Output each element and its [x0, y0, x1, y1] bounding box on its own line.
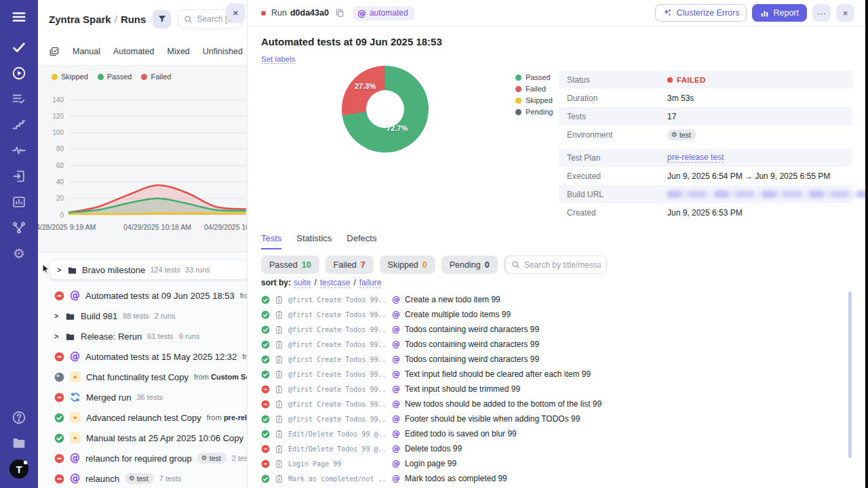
test-row[interactable]: @first Create Todos 99...@New todos shou…	[261, 396, 848, 411]
menu-icon[interactable]	[11, 9, 27, 25]
test-row[interactable]: @first Create Todos 99...@Todos containi…	[261, 322, 848, 337]
runs-tab-unfinished[interactable]: Unfinished	[203, 47, 243, 56]
test-row[interactable]: @first Create Todos 99...@Footer should …	[261, 411, 848, 426]
test-row[interactable]: Edit/Delete Todos 99 @...@Delete todos 9…	[261, 441, 848, 456]
run-name[interactable]: Advanced relaunch test Copy	[86, 413, 201, 423]
test-name[interactable]: Edited todo is saved on blur 99	[405, 429, 517, 439]
test-row[interactable]: @first Create Todos 99...@Text input fie…	[261, 367, 848, 382]
run-row[interactable]: Merged run36 tests	[38, 387, 247, 407]
steps-icon[interactable]	[11, 117, 27, 133]
test-row[interactable]: @first Create Todos 99...@Text input sho…	[261, 382, 848, 396]
tab-tests[interactable]: Tests	[261, 233, 281, 249]
bar-chart-icon[interactable]	[11, 194, 27, 210]
tests-scrollbar[interactable]	[848, 291, 852, 458]
run-row[interactable]: @relaunch⚙test7 tests	[38, 468, 247, 488]
filter-pill-pending[interactable]: Pending0	[441, 256, 498, 274]
milestone-name[interactable]: Release: Rerun	[81, 331, 142, 342]
donut-legend-passed[interactable]: Passed	[515, 73, 553, 81]
test-name[interactable]: Text input should be trimmed 99	[405, 384, 520, 394]
run-row[interactable]: @relaunch for required group⚙test2 tests	[38, 448, 247, 468]
help-icon[interactable]	[11, 409, 27, 426]
test-row[interactable]: Mark as completed/not ...@Mark todos as …	[261, 471, 848, 486]
check-icon[interactable]	[11, 39, 27, 56]
test-name[interactable]: New todos should be added to the bottom …	[405, 399, 601, 409]
test-name[interactable]: Todos containing weird characters 99	[405, 354, 539, 364]
pulse-icon[interactable]	[11, 142, 27, 159]
chevron-right-icon[interactable]: >	[54, 312, 60, 320]
tests-search-input[interactable]	[524, 260, 601, 270]
run-row[interactable]: ✦Advanced relaunch test Copyfrom pre-rel…	[38, 407, 247, 428]
test-name[interactable]: Login page 99	[405, 459, 456, 468]
tab-defects[interactable]: Defects	[347, 233, 376, 249]
run-name[interactable]: relaunch	[85, 474, 119, 484]
run-name[interactable]: Merged run	[86, 392, 131, 403]
branch-icon[interactable]	[11, 220, 27, 236]
clusterize-errors-button[interactable]: Clusterize Errors	[655, 4, 747, 22]
set-labels-link[interactable]: Set labels	[261, 55, 296, 64]
filter-button[interactable]	[153, 10, 171, 28]
test-name[interactable]: Todos containing weird characters 99	[405, 325, 539, 334]
automated-badge[interactable]: @ automated	[353, 6, 414, 20]
runs-tab-mixed[interactable]: Mixed	[167, 47, 189, 56]
report-button[interactable]: Report	[752, 4, 807, 22]
select-all-icon[interactable]	[49, 46, 60, 57]
runs-tab-automated[interactable]: Automated	[113, 47, 154, 56]
workspace-logo[interactable]: T	[9, 460, 28, 479]
test-name[interactable]: Text input field should be cleared after…	[405, 369, 591, 379]
import-icon[interactable]	[11, 168, 27, 184]
run-row[interactable]: @Automated tests at 15 May 2025 12:32fro…	[38, 346, 247, 367]
test-name[interactable]: Mark todos as completed 99	[405, 474, 507, 483]
list-check-icon[interactable]	[11, 91, 27, 107]
run-name[interactable]: Chat functinality test Copy	[86, 372, 189, 382]
sort-link-failure[interactable]: failure	[359, 278, 382, 288]
legend-item-failed[interactable]: Failed	[141, 73, 171, 81]
test-name[interactable]: Footer should be visible when adding TOD…	[405, 414, 580, 424]
milestone-name[interactable]: Build 981	[81, 311, 117, 321]
sort-link-testcase[interactable]: testcase	[320, 278, 351, 288]
test-row[interactable]: Login Page 99@Login page 99	[261, 456, 848, 471]
milestone-row-highlighted[interactable]: >Bravo milestone124 tests33 runs	[50, 260, 248, 279]
test-name[interactable]: Delete todos 99	[405, 444, 462, 453]
close-run-button[interactable]: ×	[836, 4, 854, 22]
legend-item-passed[interactable]: Passed	[98, 73, 132, 81]
gear-icon[interactable]: ⚙	[11, 245, 27, 262]
chevron-right-icon[interactable]: >	[57, 266, 62, 274]
tab-statistics[interactable]: Statistics	[296, 233, 332, 249]
run-name[interactable]: Automated tests at 15 May 2025 12:32	[85, 352, 237, 362]
sort-link-suite[interactable]: suite	[294, 278, 311, 288]
run-row[interactable]: ✦Chat functinality test Copyfrom Custom …	[38, 367, 247, 387]
test-row[interactable]: Edit/Delete Todos 99 @...@Edited todo is…	[261, 426, 848, 441]
donut-legend-pending[interactable]: Pending	[515, 108, 553, 116]
filter-pill-failed[interactable]: Failed7	[326, 256, 374, 274]
test-name[interactable]: Create a new todo item 99	[405, 295, 500, 304]
test-row[interactable]: @first Create Todos 99...@Todos containi…	[261, 337, 848, 352]
more-button[interactable]: ···	[812, 4, 831, 22]
donut-legend-failed[interactable]: Failed	[515, 85, 553, 93]
tests-search[interactable]	[505, 256, 607, 274]
filter-pill-passed[interactable]: Passed10	[261, 256, 319, 274]
milestone-row[interactable]: >Build 98188 tests2 runs	[38, 306, 247, 326]
donut-legend-skipped[interactable]: Skipped	[515, 96, 553, 104]
run-name[interactable]: Automated tests at 09 Jun 2025 18:53	[85, 291, 235, 301]
runs-tab-manual[interactable]: Manual	[73, 47, 100, 56]
milestone-name[interactable]: Bravo milestone	[82, 265, 145, 275]
test-row[interactable]: @first Create Todos 99...@Todos containi…	[261, 352, 848, 367]
test-name[interactable]: Todos containing weird characters 99	[405, 340, 539, 349]
test-row[interactable]: @first Create Todos 99...@Create a new t…	[261, 292, 848, 307]
milestone-row[interactable]: >Release: Rerun61 tests9 runs	[38, 326, 247, 346]
copy-icon[interactable]	[335, 8, 344, 18]
run-row[interactable]: @Automated tests at 09 Jun 2025 18:53fro…	[38, 285, 247, 306]
test-row[interactable]: @first Create Todos 99...@Create multipl…	[261, 307, 848, 322]
chevron-right-icon[interactable]: >	[54, 332, 60, 340]
panel-close-button[interactable]: ×	[226, 3, 245, 22]
filter-pill-skipped[interactable]: Skipped0	[380, 256, 435, 274]
legend-item-skipped[interactable]: Skipped	[52, 73, 88, 81]
run-name[interactable]: Manual tests at 25 Apr 2025 10:06 Copy	[86, 433, 243, 443]
folder-icon[interactable]	[11, 434, 27, 451]
play-circle-icon[interactable]	[11, 65, 27, 81]
project-name[interactable]: Zyntra Spark	[49, 14, 111, 25]
test-plan-link[interactable]: pre-release test	[667, 152, 724, 163]
run-row[interactable]: ✦Manual tests at 25 Apr 2025 10:06 Copyf…	[38, 428, 247, 448]
test-name[interactable]: Create multiple todo items 99	[405, 310, 511, 319]
run-name[interactable]: relaunch for required group	[85, 453, 192, 464]
